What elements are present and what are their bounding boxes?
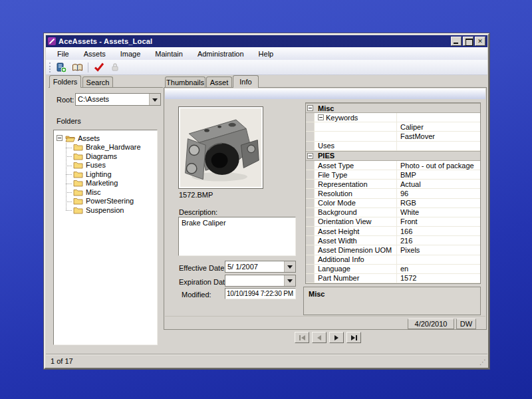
property-row-asset-width[interactable]: Asset Width 216 (306, 236, 480, 245)
tab-asset[interactable]: Asset (206, 76, 232, 88)
comment-box[interactable]: Misc (303, 287, 481, 315)
property-row-language[interactable]: Language en (306, 265, 480, 274)
chevron-down-icon[interactable] (284, 261, 295, 272)
titlebar[interactable]: AceAssets - Assets_Local (46, 35, 487, 47)
minimize-icon[interactable] (451, 37, 462, 46)
property-row-asset-type[interactable]: Asset Type Photo - out of package (306, 161, 480, 170)
property-name: File Type (318, 171, 347, 179)
property-group-misc[interactable]: Misc (306, 103, 480, 113)
tree-item-powersteering[interactable]: PowerSteering (54, 197, 157, 206)
property-value: BMP (397, 171, 480, 179)
first-record-icon[interactable] (295, 332, 309, 343)
property-row-part-number[interactable]: Part Number 1572 (306, 274, 480, 283)
property-row-asset-dimension-uom[interactable]: Asset Dimension UOM Pixels (306, 245, 480, 255)
property-row-representation[interactable]: Representation Actual (306, 180, 480, 189)
property-name: Part Number (318, 274, 359, 282)
folder-tree[interactable]: Assets Brake_Hardware Diagrams Fuses Lig… (53, 130, 158, 345)
tree-item-fuses[interactable]: Fuses (54, 161, 157, 170)
tab-thumbnails-label: Thumbnails (166, 78, 204, 86)
property-row-resolution[interactable]: Resolution 96 (306, 189, 480, 198)
notebook-add-icon[interactable] (55, 61, 68, 74)
tab-info[interactable]: Info (233, 75, 259, 88)
last-record-icon[interactable] (346, 332, 361, 343)
expiration-date-picker[interactable] (225, 275, 296, 287)
collapse-icon[interactable] (307, 153, 313, 159)
tree-item-assets[interactable]: Assets (54, 134, 157, 143)
collapse-icon[interactable] (318, 114, 324, 120)
property-row-additional-info[interactable]: Additional Info (306, 255, 480, 265)
previous-record-icon[interactable] (312, 332, 327, 343)
toolbar-separator (88, 63, 88, 72)
tree-item-lighting[interactable]: Lighting (54, 170, 157, 179)
folder-icon (73, 143, 83, 151)
tree-item-marketing[interactable]: Marketing (54, 179, 157, 188)
property-row-keyword-2[interactable]: FastMover (306, 132, 480, 141)
tree-item-misc[interactable]: Misc (54, 188, 157, 197)
window-title: AceAssets - Assets_Local (59, 37, 448, 45)
root-combobox[interactable]: C:\Assets (75, 93, 161, 106)
property-row-orientation-view[interactable]: Orientation View Front (306, 217, 480, 227)
resize-grip-icon[interactable]: ⋰ (479, 359, 486, 366)
effective-date-picker[interactable]: 5/ 1/2007 (225, 261, 296, 273)
property-row-keyword-1[interactable]: Caliper (306, 122, 480, 132)
property-row-uses[interactable]: Uses (306, 142, 480, 151)
property-value: Photo - out of package (397, 162, 480, 170)
property-value: Caliper (397, 123, 480, 131)
tree-item-brake-hardware[interactable]: Brake_Hardware (54, 143, 157, 152)
tree-item-label: Marketing (86, 179, 118, 187)
tree-item-diagrams[interactable]: Diagrams (54, 152, 157, 161)
property-row-asset-height[interactable]: Asset Height 166 (306, 227, 480, 236)
property-grid[interactable]: Misc Keywords Caliper (305, 102, 481, 284)
next-record-icon[interactable] (329, 332, 344, 343)
folder-icon (73, 179, 83, 187)
chevron-down-icon[interactable] (284, 275, 295, 286)
property-name: Asset Width (318, 237, 357, 245)
tree-item-label: Fuses (86, 161, 106, 169)
tree-item-label: Brake_Hardware (86, 143, 141, 151)
check-icon[interactable] (92, 61, 106, 74)
property-row-background[interactable]: Background White (306, 208, 480, 217)
property-value: Pixels (397, 246, 480, 254)
tab-folders[interactable]: Folders (49, 75, 81, 88)
asset-thumbnail[interactable] (178, 106, 263, 189)
tree-item-suspension[interactable]: Suspension (54, 205, 157, 215)
property-group-pies[interactable]: PIES (306, 151, 480, 161)
close-icon[interactable] (475, 37, 485, 46)
tab-asset-label: Asset (210, 78, 229, 86)
menu-help[interactable]: Help (251, 49, 281, 59)
folder-icon (73, 197, 83, 205)
tree-item-label: Misc (86, 188, 101, 196)
tree-item-label: PowerSteering (86, 197, 134, 205)
maximize-icon[interactable] (463, 37, 473, 46)
chevron-down-icon[interactable] (149, 94, 160, 105)
collapse-icon[interactable] (307, 105, 313, 111)
property-name: Background (318, 208, 357, 216)
lock-icon[interactable] (108, 61, 122, 74)
menu-assets[interactable]: Assets (76, 49, 113, 59)
open-book-icon[interactable] (70, 61, 84, 74)
tree-item-label: Diagrams (86, 152, 117, 160)
property-value: 166 (397, 227, 480, 235)
toolbar-grip[interactable] (49, 63, 51, 72)
brake-caliper-image (180, 108, 261, 187)
tab-search[interactable]: Search (82, 76, 113, 88)
property-value: 216 (397, 237, 480, 245)
root-label: Root: (57, 96, 74, 104)
header-gradient-strip (165, 88, 485, 99)
tab-thumbnails[interactable]: Thumbnails (165, 76, 205, 88)
open-folder-icon (65, 134, 75, 142)
property-row-color-mode[interactable]: Color Mode RGB (306, 199, 480, 208)
menu-file[interactable]: File (50, 49, 76, 59)
main-area: Folders Search Root: C:\Assets Folders A… (46, 75, 487, 354)
description-textarea[interactable]: Brake Caliper (178, 217, 296, 256)
menu-administration[interactable]: Administration (190, 49, 251, 59)
menu-maintain[interactable]: Maintain (148, 49, 190, 59)
desktop: AceAssets - Assets_Local File Assets Ima… (0, 0, 532, 399)
property-row-file-type[interactable]: File Type BMP (306, 170, 480, 180)
property-value: Actual (397, 180, 480, 188)
property-name: Asset Height (318, 227, 359, 235)
menu-image[interactable]: Image (113, 49, 148, 59)
collapse-icon[interactable] (57, 135, 63, 141)
property-row-keywords[interactable]: Keywords (306, 113, 480, 122)
tab-folders-label: Folders (53, 78, 78, 86)
